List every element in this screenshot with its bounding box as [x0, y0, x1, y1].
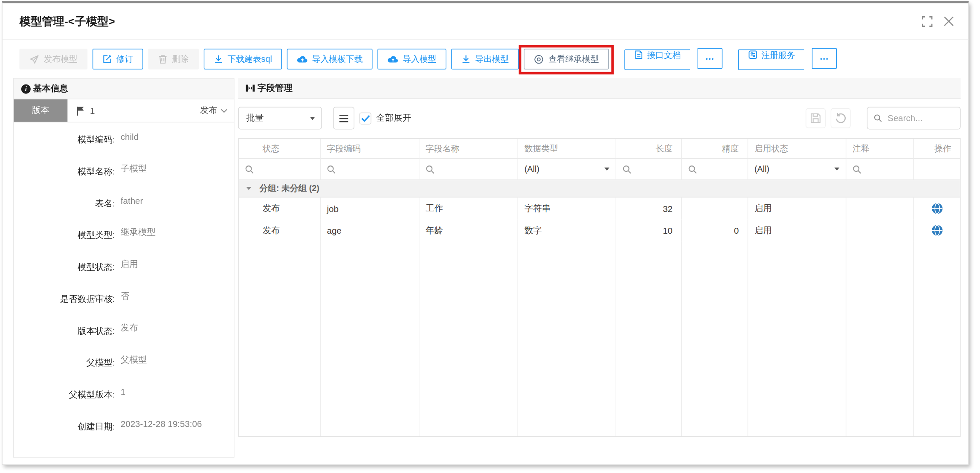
- filter-datatype-select[interactable]: (All): [518, 159, 616, 180]
- cell-length: 10: [616, 219, 682, 241]
- version-flag: 1: [67, 106, 95, 116]
- filter-name[interactable]: [419, 159, 518, 180]
- expand-all-label: 全部展开: [376, 113, 411, 124]
- cell-name: 工作: [419, 197, 518, 219]
- fields-panel-header: 字段管理: [238, 78, 960, 99]
- register-service-more-button[interactable]: •••: [812, 48, 837, 69]
- send-icon: [29, 54, 39, 64]
- cell-enabled: 启用: [748, 197, 846, 219]
- version-tab[interactable]: 版本: [14, 99, 67, 122]
- column-header[interactable]: 字段编码: [321, 139, 420, 159]
- chevron-down-icon: [220, 108, 227, 113]
- chevron-down-icon: [310, 116, 315, 119]
- expand-all-checkbox[interactable]: [360, 112, 371, 124]
- download-icon: [461, 55, 471, 64]
- download-sql-button[interactable]: 下载建表sql: [204, 49, 282, 69]
- field-label: 创建日期:: [14, 421, 115, 432]
- cell-status: 发布: [239, 197, 321, 219]
- cloud-upload-icon: [388, 55, 398, 64]
- search-icon: [623, 165, 632, 174]
- field-label: 版本状态:: [14, 325, 115, 337]
- register-service-button[interactable]: 注册服务: [738, 49, 804, 70]
- save-button[interactable]: [806, 108, 826, 128]
- filter-precision[interactable]: [682, 159, 748, 180]
- batch-select[interactable]: 批量: [238, 107, 322, 130]
- filter-enabled-select[interactable]: (All): [748, 159, 846, 180]
- api-doc-button[interactable]: 接口文档: [625, 49, 690, 70]
- revise-button[interactable]: 修订: [93, 49, 143, 69]
- column-header[interactable]: 状态: [239, 139, 321, 159]
- filter-code[interactable]: [321, 159, 420, 180]
- table-empty-area: [518, 241, 616, 436]
- menu-button[interactable]: [333, 107, 354, 130]
- filter-comment[interactable]: [846, 159, 913, 180]
- field-label: 父模型版本:: [14, 389, 115, 400]
- register-service-button-group: 注册服务 •••: [728, 48, 837, 70]
- field-label: 是否数据审核:: [14, 293, 115, 305]
- close-icon[interactable]: [943, 16, 954, 27]
- field-label: 模型名称:: [14, 166, 115, 177]
- filter-status[interactable]: [239, 159, 321, 180]
- export-model-button[interactable]: 导出模型: [452, 49, 519, 69]
- fields-icon: [246, 84, 255, 93]
- edit-icon: [102, 55, 112, 64]
- cell-status: 发布: [239, 219, 321, 241]
- flag-icon: [77, 106, 85, 115]
- column-header[interactable]: 注释: [846, 139, 913, 159]
- service-settings-icon: [748, 50, 758, 59]
- group-row[interactable]: 分组: 未分组 (2): [239, 180, 960, 197]
- row-globe-action[interactable]: [914, 197, 960, 219]
- check-icon: [361, 115, 370, 122]
- basic-info-title: 基本信息: [33, 83, 68, 94]
- table-empty-area: [682, 241, 748, 436]
- field-value: 子模型: [121, 163, 147, 174]
- version-status-dropdown[interactable]: 发布: [200, 105, 234, 116]
- cell-code: job: [321, 197, 420, 219]
- cell-code: age: [321, 219, 420, 241]
- undo-button[interactable]: [831, 108, 851, 128]
- fields-panel: 字段管理 批量 全部展开: [238, 78, 960, 437]
- search-icon: [688, 165, 697, 174]
- column-header[interactable]: 数据类型: [518, 139, 616, 159]
- delete-button[interactable]: 删除: [148, 49, 199, 69]
- import-model-button[interactable]: 导入模型: [378, 49, 447, 69]
- undo-icon: [835, 113, 846, 124]
- basic-info-form: 模型编码:child 模型名称:子模型 表名:father 模型类型:继承模型 …: [14, 122, 234, 442]
- trash-icon: [158, 55, 168, 64]
- version-row: 版本 1 发布: [14, 99, 234, 122]
- search-icon: [426, 165, 435, 174]
- table-empty-area: [616, 241, 682, 436]
- column-header[interactable]: 操作: [914, 139, 960, 159]
- search-input[interactable]: [886, 113, 955, 124]
- table-empty-area: [321, 241, 420, 436]
- field-label: 模型编码:: [14, 134, 115, 145]
- cell-comment: [846, 219, 913, 241]
- publish-model-button[interactable]: 发布模型: [19, 49, 87, 69]
- eye-icon: [534, 54, 544, 64]
- column-header[interactable]: 精度: [682, 139, 748, 159]
- field-label: 表名:: [14, 198, 115, 209]
- filter-length[interactable]: [616, 159, 682, 180]
- fields-panel-title: 字段管理: [258, 82, 293, 93]
- document-icon: [635, 50, 644, 59]
- field-value: 发布: [121, 322, 138, 334]
- view-inherited-model-button[interactable]: 查看继承模型: [524, 49, 609, 69]
- table-empty-area: [914, 241, 960, 436]
- api-doc-more-button[interactable]: •••: [698, 48, 723, 69]
- table-empty-area: [239, 241, 321, 436]
- field-value: father: [121, 195, 143, 205]
- field-value: 继承模型: [121, 226, 156, 238]
- row-globe-action[interactable]: [914, 219, 960, 241]
- api-doc-button-group: 接口文档 •••: [614, 48, 723, 70]
- table-empty-area: [846, 241, 913, 436]
- import-template-download-button[interactable]: 导入模板下载: [287, 49, 373, 69]
- toolbar: 发布模型 修订 删除 下载建表sql 导入模板下载 导入模型 导出模型 查看继: [3, 40, 968, 77]
- column-header[interactable]: 启用状态: [748, 139, 846, 159]
- cell-type: 数字: [518, 219, 616, 241]
- column-header[interactable]: 长度: [616, 139, 682, 159]
- version-number: 1: [90, 106, 95, 116]
- chevron-down-icon: [604, 168, 609, 171]
- fullscreen-icon[interactable]: [921, 16, 932, 27]
- column-header[interactable]: 字段名称: [419, 139, 518, 159]
- cell-precision: 0: [682, 219, 748, 241]
